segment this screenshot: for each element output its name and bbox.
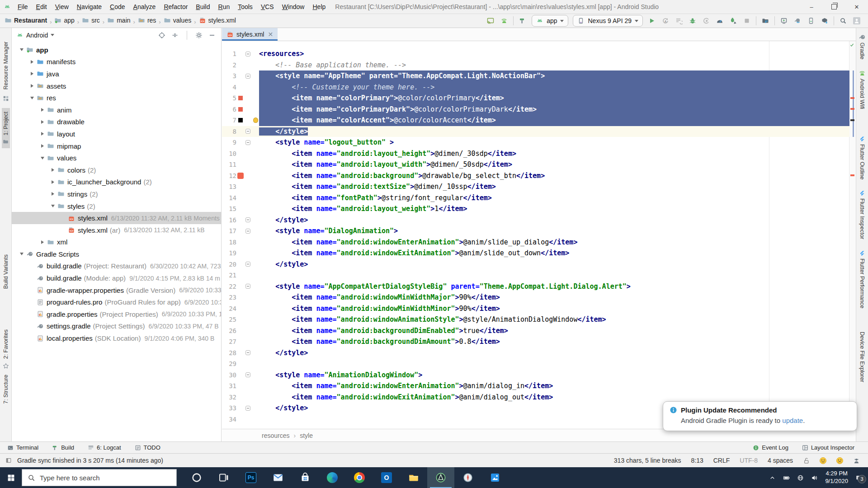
code-line-5[interactable]: 5 <item name="colorPrimary">@color/color… [222,93,849,104]
code-line-25[interactable]: 25 <item name="android:windowAnimationSt… [222,314,849,325]
stop-button[interactable] [740,15,754,26]
avatar-button[interactable] [850,15,863,26]
code-line-18[interactable]: 18 <item name="android:windowEnterAnimat… [222,237,849,248]
code-line-24[interactable]: 24 <item name="android:windowMinWidthMin… [222,303,849,314]
breadcrumb-app[interactable]: app [54,17,74,24]
flutter-icon[interactable] [859,250,865,257]
breadcrumb-restaurant[interactable]: Restaurant [5,17,47,24]
gear-icon[interactable] [195,32,203,39]
code-line-17[interactable]: 17 <style name="DialogAnimation"> [222,225,849,237]
tab-styles-xml[interactable]: <> styles.xml ✕ [222,28,278,41]
code-line-20[interactable]: 20 </style> [222,259,849,270]
toolwindow-toggle-icon[interactable] [5,457,12,464]
collapse-all-icon[interactable] [171,32,179,39]
fold-marker-icon[interactable] [245,284,250,289]
restore-button[interactable] [823,0,845,14]
color-swatch-icon[interactable] [238,107,243,112]
fold-marker-icon[interactable] [245,217,250,222]
sidebar-item-favorites[interactable]: 2: Favorites [3,329,9,359]
sidebar-item-device-file-explorer[interactable]: Device File Explorer [859,332,865,382]
feedback-sad-icon[interactable] [836,457,843,464]
fold-marker-icon[interactable] [245,74,250,79]
tree-row-app[interactable]: app [12,44,221,56]
menu-window[interactable]: Window [278,0,309,14]
tree-row-drawable[interactable]: drawable [12,116,221,128]
code-line-27[interactable]: 27 <item name="android:backgroundDimAmou… [222,336,849,347]
toolwindow-build[interactable]: Build [52,444,74,451]
fold-marker-icon[interactable] [245,229,250,234]
chevron-up-icon[interactable] [769,474,776,481]
apply-changes-button[interactable]: A [659,15,672,26]
breadcrumb-main[interactable]: main [107,17,130,24]
sdk-manager-button[interactable] [818,15,831,26]
taskbar-outlook[interactable]: O [373,467,400,488]
menu-help[interactable]: Help [308,0,330,14]
code-line-23[interactable]: 23 <item name="android:windowMinWidthMaj… [222,292,849,303]
tree-row-styles-xml[interactable]: <>styles.xml6/13/2020 11:32 AM, 2.11 kB … [12,212,221,224]
code-line-8[interactable]: 8 </style> [222,126,849,137]
breadcrumb-src[interactable]: src [82,17,100,24]
debug-button[interactable] [686,15,699,26]
status-line-endings[interactable]: CRLF [713,457,730,464]
apply-code-changes-button[interactable] [672,15,686,26]
taskbar-compass[interactable] [454,467,481,488]
code-line-22[interactable]: 22 <style name="AppCompatAlertDialogStyl… [222,281,849,292]
layout-inspector-button[interactable]: Layout Inspector [802,444,854,451]
breadcrumb-style[interactable]: style [300,432,313,439]
menu-edit[interactable]: Edit [32,0,51,14]
toolwindow-terminal[interactable]: Terminal [7,444,38,451]
menu-run[interactable]: Run [214,0,234,14]
event-log-button[interactable]: Event Log [753,444,788,451]
search-everywhere-button[interactable] [836,15,850,26]
error-stripe[interactable] [849,41,856,429]
tree-row-mipmap[interactable]: mipmap [12,140,221,152]
tree-row-styles[interactable]: styles(2) [12,200,221,212]
tree-row-anim[interactable]: anim [12,104,221,116]
code-line-16[interactable]: 16 </style> [222,215,849,226]
gradle-daemon-icon[interactable] [853,457,860,464]
breadcrumb-resources[interactable]: resources [262,432,289,439]
lock-open-icon[interactable] [803,457,810,464]
intention-bulb-icon[interactable] [253,117,258,123]
taskbar-android-studio[interactable] [427,467,454,488]
taskbar-chrome[interactable] [346,467,373,488]
minimize-button[interactable]: – [800,0,823,14]
code-line-26[interactable]: 26 <item name="android:backgroundDimEnab… [222,325,849,337]
menu-navigate[interactable]: Navigate [73,0,106,14]
run-config-selector[interactable]: app [532,15,568,27]
tree-row-xml[interactable]: xml [12,236,221,249]
tree-row-res[interactable]: res [12,92,221,104]
profile-app-button[interactable] [699,15,713,26]
toolwindow-todo[interactable]: TODO [135,444,160,451]
breadcrumb-styles-xml[interactable]: <>styles.xml [199,17,236,24]
fold-marker-icon[interactable] [245,140,250,145]
color-swatch-icon[interactable] [238,96,243,100]
toolwindow-logcat[interactable]: 6: Logcat [88,444,121,451]
color-swatch-icon[interactable] [237,173,244,179]
tree-row-proguard-rules-pro[interactable]: proguard-rules.pro(ProGuard Rules for ap… [12,296,221,308]
menu-code[interactable]: Code [106,0,129,14]
status-indent[interactable]: 4 spaces [768,457,793,464]
tree-row-ic_launcher_background[interactable]: ic_launcher_background(2) [12,176,221,188]
android-wifi-button[interactable] [497,15,511,26]
fold-marker-icon[interactable] [245,372,250,377]
taskbar-photos[interactable] [481,467,509,488]
gradle-sync-button[interactable] [791,15,804,26]
taskbar-clock[interactable]: 4:29 PM 9/1/2020 [825,470,848,485]
code-line-29[interactable]: 29 [222,358,849,370]
project-view-selector[interactable]: Android [26,32,48,39]
code-editor[interactable]: 1<resources>2 <!-- Base application them… [222,41,849,429]
hide-panel-icon[interactable] [208,32,216,39]
taskbar-cortana[interactable] [183,467,210,488]
run-button[interactable] [645,15,659,26]
tree-row-assets[interactable]: assets [12,80,221,92]
speaker-icon[interactable] [811,474,818,481]
sidebar-item-flutter-inspector[interactable]: Flutter Inspector [859,198,865,239]
taskbar-edge[interactable] [319,467,346,488]
status-caret-position[interactable]: 8:13 [691,457,703,464]
code-line-10[interactable]: 10 <item name="android:layout_height">@d… [222,148,849,160]
menu-tools[interactable]: Tools [234,0,257,14]
code-line-7[interactable]: 7 <item name="colorAccent">@color/colorA… [222,115,849,126]
tree-row-manifests[interactable]: manifests [12,56,221,68]
fold-marker-icon[interactable] [245,350,250,355]
